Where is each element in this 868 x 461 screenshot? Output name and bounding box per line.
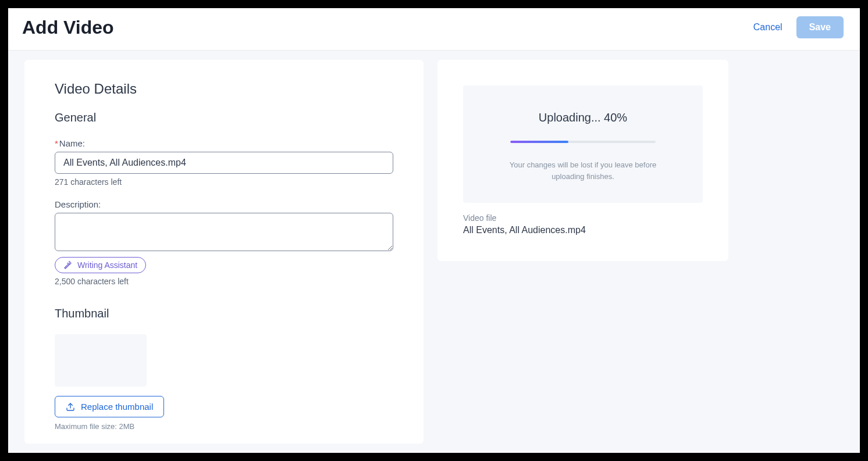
name-label: *Name: bbox=[55, 138, 393, 148]
video-file-name: All Events, All Audiences.mp4 bbox=[463, 225, 703, 235]
save-button[interactable]: Save bbox=[796, 16, 844, 38]
name-input[interactable] bbox=[55, 152, 393, 174]
description-field-group: Description: Writing Assistant 2,500 cha… bbox=[55, 199, 393, 286]
video-details-card: Video Details General *Name: 271 charact… bbox=[24, 60, 424, 444]
progress-bar bbox=[510, 141, 656, 143]
wand-icon bbox=[63, 260, 73, 270]
header: Add Video Cancel Save bbox=[8, 8, 860, 51]
writing-assistant-button[interactable]: Writing Assistant bbox=[55, 257, 146, 273]
required-indicator: * bbox=[55, 138, 58, 148]
progress-fill bbox=[510, 141, 568, 143]
description-input[interactable] bbox=[55, 213, 393, 251]
upload-warning: Your changes will be lost if you leave b… bbox=[507, 159, 659, 182]
video-details-title: Video Details bbox=[55, 81, 393, 97]
name-field-group: *Name: 271 characters left bbox=[55, 138, 393, 187]
upload-status-text: Uploading... 40% bbox=[475, 111, 691, 124]
video-file-label: Video file bbox=[463, 213, 703, 223]
upload-panel: Uploading... 40% Your changes will be lo… bbox=[463, 85, 703, 203]
content-area: Video Details General *Name: 271 charact… bbox=[8, 51, 860, 453]
page-frame: Add Video Cancel Save Video Details Gene… bbox=[8, 8, 860, 453]
writing-assistant-label: Writing Assistant bbox=[77, 260, 137, 270]
page-title: Add Video bbox=[22, 17, 114, 38]
upload-card: Uploading... 40% Your changes will be lo… bbox=[437, 60, 728, 261]
name-helper: 271 characters left bbox=[55, 177, 393, 187]
header-actions: Cancel Save bbox=[753, 16, 844, 38]
thumbnail-title: Thumbnail bbox=[55, 307, 393, 320]
replace-thumbnail-button[interactable]: Replace thumbnail bbox=[55, 396, 164, 417]
replace-thumbnail-label: Replace thumbnail bbox=[81, 402, 153, 412]
description-label: Description: bbox=[55, 199, 393, 209]
upload-icon bbox=[66, 402, 75, 412]
thumbnail-preview bbox=[55, 334, 147, 387]
cancel-button[interactable]: Cancel bbox=[753, 22, 782, 33]
general-title: General bbox=[55, 111, 393, 124]
description-helper: 2,500 characters left bbox=[55, 277, 393, 286]
thumbnail-section: Thumbnail Replace thumbnail Maximum file… bbox=[55, 307, 393, 431]
thumbnail-max-size: Maximum file size: 2MB bbox=[55, 422, 393, 431]
name-label-text: Name: bbox=[59, 138, 85, 148]
